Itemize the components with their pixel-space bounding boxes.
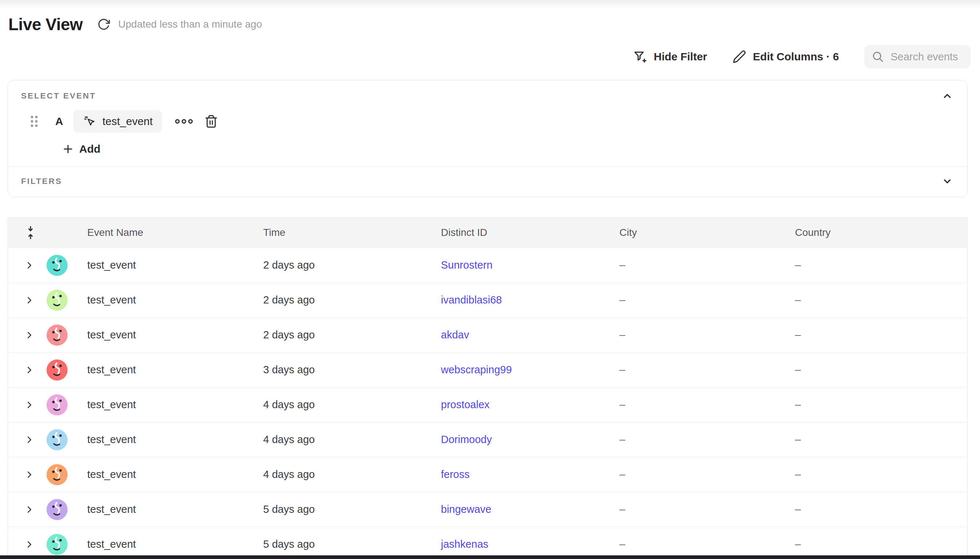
drag-handle[interactable] (29, 114, 39, 128)
expand-row-button[interactable] (24, 469, 35, 480)
event-name-cell: test_event (73, 538, 249, 550)
user-avatar (46, 359, 68, 380)
select-event-label: SELECT EVENT (21, 91, 96, 101)
column-header-country[interactable]: Country (781, 227, 967, 238)
table-row[interactable]: test_event 2 days ago Sunrostern – – (8, 248, 967, 283)
column-header-city[interactable]: City (605, 227, 781, 238)
edit-columns-button[interactable]: Edit Columns · 6 (732, 50, 839, 64)
cursor-click-icon (83, 115, 96, 128)
distinct-id-link[interactable]: bingewave (441, 503, 491, 515)
add-label: Add (79, 143, 100, 155)
event-name-cell: test_event (73, 329, 249, 341)
time-cell: 4 days ago (249, 433, 427, 446)
table-row[interactable]: test_event 4 days ago Dorimoody – – (8, 422, 967, 457)
collapse-all-rows-button[interactable] (24, 225, 37, 240)
table-row[interactable]: test_event 5 days ago jashkenas – – (8, 527, 967, 559)
chevron-right-icon (24, 260, 35, 271)
drag-handle-icon (29, 114, 39, 128)
toolbar: Hide Filter Edit Columns · 6 (0, 34, 980, 68)
time-cell: 3 days ago (249, 364, 427, 376)
event-name-cell: test_event (73, 433, 249, 446)
expand-row-button[interactable] (24, 504, 35, 515)
trash-icon (204, 114, 218, 128)
distinct-id-cell: prostoalex (427, 399, 605, 411)
page-header: Live View Updated less than a minute ago (0, 10, 980, 34)
distinct-id-cell: feross (427, 468, 605, 481)
distinct-id-link[interactable]: Dorimoody (441, 433, 492, 445)
table-row[interactable]: test_event 2 days ago akdav – – (8, 317, 967, 352)
filters-section[interactable]: FILTERS (8, 167, 967, 197)
event-chip-label: test_event (102, 115, 153, 127)
query-builder-panel: SELECT EVENT A (8, 80, 968, 197)
table-row[interactable]: test_event 4 days ago prostoalex – – (8, 387, 967, 422)
city-cell: – (605, 538, 781, 550)
city-cell: – (605, 399, 781, 411)
expand-row-button[interactable] (24, 260, 35, 271)
expand-row-button[interactable] (24, 295, 35, 306)
distinct-id-link[interactable]: webscraping99 (441, 364, 512, 375)
country-cell: – (781, 468, 967, 481)
time-cell: 5 days ago (249, 503, 427, 515)
country-cell: – (781, 329, 967, 341)
delete-event-button[interactable] (204, 114, 218, 128)
event-name-cell: test_event (73, 294, 249, 306)
distinct-id-link[interactable]: Sunrostern (441, 259, 492, 271)
distinct-id-link[interactable]: prostoalex (441, 399, 490, 410)
collapse-section-button[interactable] (942, 91, 953, 101)
table-row[interactable]: test_event 3 days ago webscraping99 – – (8, 352, 967, 387)
event-select-chip[interactable]: test_event (73, 110, 162, 133)
hide-filter-button[interactable]: Hide Filter (633, 50, 707, 64)
column-header-distinct-id[interactable]: Distinct ID (427, 227, 605, 238)
add-event-button[interactable]: Add (63, 143, 100, 155)
distinct-id-cell: Sunrostern (427, 259, 605, 271)
time-cell: 4 days ago (249, 399, 427, 411)
distinct-id-cell: bingewave (427, 503, 605, 515)
expand-row-button[interactable] (24, 399, 35, 410)
updated-status: Updated less than a minute ago (118, 18, 262, 30)
distinct-id-cell: webscraping99 (427, 364, 605, 376)
city-cell: – (605, 329, 781, 341)
distinct-id-link[interactable]: ivandiblasi68 (441, 294, 502, 306)
chevron-up-icon (942, 91, 953, 101)
user-avatar (46, 255, 68, 276)
refresh-icon (97, 18, 110, 31)
plus-icon (63, 144, 73, 154)
event-name-cell: test_event (73, 503, 249, 515)
expand-row-button[interactable] (24, 434, 35, 445)
user-avatar (46, 464, 68, 485)
event-options-button[interactable] (175, 119, 193, 124)
refresh-button[interactable] (97, 18, 110, 31)
chevron-right-icon (24, 399, 35, 410)
distinct-id-cell: ivandiblasi68 (427, 294, 605, 306)
table-row[interactable]: test_event 5 days ago bingewave – – (8, 492, 967, 527)
table-row[interactable]: test_event 4 days ago feross – – (8, 457, 967, 492)
table-row[interactable]: test_event 2 days ago ivandiblasi68 – – (8, 283, 967, 317)
expand-row-button[interactable] (24, 365, 35, 375)
column-header-time[interactable]: Time (249, 227, 427, 238)
search-box[interactable] (864, 45, 970, 68)
distinct-id-link[interactable]: jashkenas (441, 538, 489, 550)
chevron-right-icon (24, 295, 35, 306)
bottom-dark-bar (0, 556, 980, 559)
filters-label: FILTERS (21, 177, 62, 186)
column-header-event-name[interactable]: Event Name (73, 227, 249, 238)
chevron-right-icon (24, 539, 35, 550)
distinct-id-link[interactable]: akdav (441, 329, 469, 341)
city-cell: – (605, 294, 781, 306)
ellipsis-icon (175, 119, 193, 124)
distinct-id-link[interactable]: feross (441, 468, 469, 480)
user-avatar (46, 394, 68, 415)
user-avatar (46, 429, 68, 450)
distinct-id-cell: Dorimoody (427, 433, 605, 446)
time-cell: 4 days ago (249, 468, 427, 481)
country-cell: – (781, 259, 967, 271)
event-name-cell: test_event (73, 468, 249, 481)
events-table: Event Name Time Distinct ID City Country (8, 217, 968, 559)
chevron-right-icon (24, 469, 35, 480)
edit-columns-label: Edit Columns · 6 (753, 51, 839, 63)
time-cell: 5 days ago (249, 538, 427, 550)
expand-row-button[interactable] (24, 539, 35, 550)
expand-row-button[interactable] (24, 330, 35, 341)
search-input[interactable] (891, 51, 963, 63)
event-query-row: A test_event (29, 110, 967, 133)
